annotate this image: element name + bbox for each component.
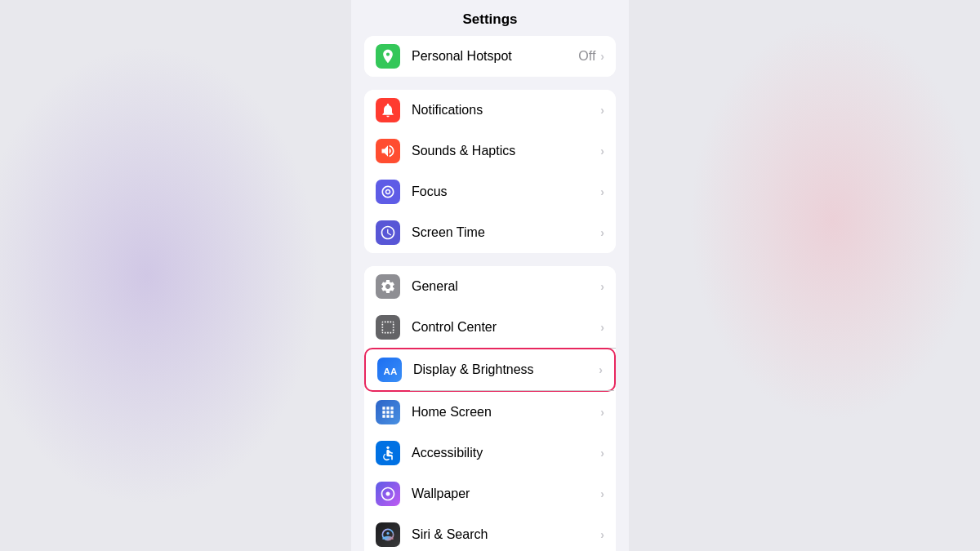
wallpaper-icon — [376, 482, 400, 506]
home-screen-label: Home Screen — [412, 405, 600, 420]
page-title: Settings — [351, 0, 629, 36]
control-center-icon — [376, 315, 400, 340]
row-home-screen[interactable]: Home Screen › — [364, 392, 616, 433]
personal-hotspot-chevron: › — [600, 50, 604, 63]
control-center-label: Control Center — [412, 320, 600, 335]
section-top: Personal Hotspot Off › — [364, 36, 616, 77]
wallpaper-chevron: › — [600, 487, 604, 500]
display-brightness-icon: AA — [377, 358, 402, 382]
focus-label: Focus — [412, 184, 600, 199]
home-screen-icon — [376, 400, 400, 424]
accessibility-chevron: › — [600, 447, 604, 460]
row-wallpaper[interactable]: Wallpaper › — [364, 473, 616, 514]
section-display: General › Control Center › AA Display & … — [364, 266, 616, 551]
personal-hotspot-label: Personal Hotspot — [412, 49, 578, 64]
notifications-chevron: › — [600, 104, 604, 117]
sounds-label: Sounds & Haptics — [412, 144, 600, 158]
section-notifications: Notifications › Sounds & Haptics › Focus… — [364, 90, 616, 253]
personal-hotspot-icon — [376, 44, 400, 69]
svg-point-1 — [386, 447, 389, 449]
general-label: General — [412, 279, 600, 294]
screen-time-label: Screen Time — [412, 225, 600, 240]
siri-chevron: › — [600, 528, 604, 541]
row-display-brightness[interactable]: AA Display & Brightness › — [364, 348, 616, 392]
focus-chevron: › — [600, 185, 604, 198]
display-brightness-label: Display & Brightness — [413, 362, 599, 377]
screen-time-chevron: › — [600, 226, 604, 239]
general-chevron: › — [600, 280, 604, 293]
row-notifications[interactable]: Notifications › — [364, 90, 616, 131]
accessibility-icon — [376, 441, 400, 465]
accessibility-label: Accessibility — [412, 446, 600, 460]
settings-list: Personal Hotspot Off › Notifications › S… — [351, 36, 629, 551]
display-brightness-chevron: › — [599, 363, 603, 376]
row-accessibility[interactable]: Accessibility › — [364, 433, 616, 473]
phone-frame: Settings Personal Hotspot Off › Notifica… — [351, 0, 629, 551]
notifications-label: Notifications — [412, 103, 600, 118]
svg-text:AA: AA — [384, 366, 398, 376]
general-icon — [376, 274, 400, 299]
row-focus[interactable]: Focus › — [364, 171, 616, 212]
personal-hotspot-value: Off — [578, 49, 595, 64]
home-screen-chevron: › — [600, 406, 604, 419]
row-control-center[interactable]: Control Center › — [364, 307, 616, 348]
focus-icon — [376, 180, 400, 204]
row-sounds-haptics[interactable]: Sounds & Haptics › — [364, 131, 616, 171]
screen-time-icon — [376, 220, 400, 245]
siri-icon — [376, 522, 400, 547]
notifications-icon — [376, 98, 400, 122]
sounds-icon — [376, 139, 400, 163]
siri-label: Siri & Search — [412, 527, 600, 542]
row-general[interactable]: General › — [364, 266, 616, 307]
sounds-chevron: › — [600, 144, 604, 158]
row-screen-time[interactable]: Screen Time › — [364, 212, 616, 253]
control-center-chevron: › — [600, 321, 604, 334]
row-siri-search[interactable]: Siri & Search › — [364, 514, 616, 551]
row-personal-hotspot[interactable]: Personal Hotspot Off › — [364, 36, 616, 77]
wallpaper-label: Wallpaper — [412, 487, 600, 501]
